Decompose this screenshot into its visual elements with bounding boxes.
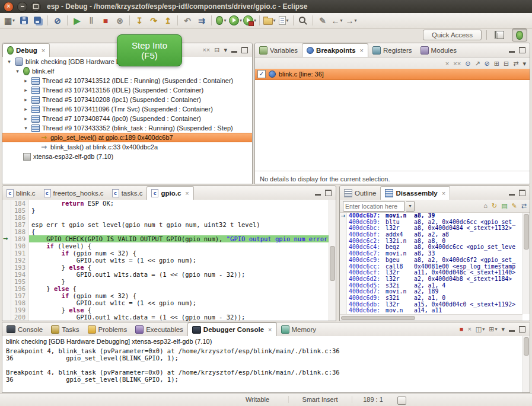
maximize-button[interactable] bbox=[519, 326, 525, 333]
tab-debug[interactable]: Debug× bbox=[2, 43, 50, 57]
minimize-button[interactable] bbox=[509, 48, 515, 53]
external-tools-button[interactable]: ▾ bbox=[243, 14, 257, 27]
collapse-all-button[interactable]: ⊟ bbox=[214, 47, 219, 53]
tab-disassembly[interactable]: Disassembly× bbox=[380, 186, 450, 200]
new-button[interactable]: ▦▾ bbox=[2, 14, 17, 27]
tree-item[interactable]: ▸Thread #2 1073413512 (IDLE : Running) (… bbox=[2, 76, 252, 85]
disconnect-button[interactable]: ⊗ bbox=[113, 14, 127, 27]
back-button[interactable]: ←▾ bbox=[330, 14, 344, 27]
link-with-debug-view-button[interactable]: ⇄ bbox=[513, 60, 518, 67]
open-perspective-button[interactable] bbox=[492, 28, 507, 41]
step-return-button[interactable]: ↥ bbox=[161, 14, 175, 27]
expander-collapsed-icon[interactable]: ▸ bbox=[23, 97, 29, 103]
expand-all-button[interactable]: ⊞ bbox=[494, 60, 499, 67]
code-text[interactable]: if (gpio_num < 32) { bbox=[29, 250, 336, 257]
tab-console[interactable]: Console bbox=[2, 322, 47, 336]
tab-blink-c[interactable]: blink.c bbox=[2, 186, 40, 200]
save-all-button[interactable] bbox=[31, 14, 45, 27]
code-text[interactable]: GPIO.out_w1tc = (1 << gpio_num); bbox=[29, 299, 336, 306]
expander-collapsed-icon[interactable]: ▸ bbox=[23, 106, 29, 112]
code-text[interactable]: if (gpio_num < 32) { bbox=[29, 292, 336, 299]
console-vertical-scrollbar[interactable] bbox=[523, 336, 530, 392]
disassembly-line[interactable]: 400dc6d2:l32ra2, 0x400d04b8 <_stext+1184… bbox=[340, 276, 523, 283]
status-icon[interactable] bbox=[397, 397, 406, 405]
display-selected-console-button[interactable]: ◫▾ bbox=[476, 326, 485, 333]
resume-button[interactable]: ▶ bbox=[70, 14, 84, 27]
tree-item[interactable]: ▸Thread #5 1073410208 (ipc1) (Suspended … bbox=[2, 95, 252, 104]
new-c-file-button[interactable]: ▾ bbox=[276, 14, 291, 27]
location-input[interactable] bbox=[343, 201, 404, 212]
home-button[interactable]: ⌂ bbox=[483, 203, 488, 209]
scrollbar-thumb[interactable] bbox=[330, 246, 335, 281]
code-text[interactable]: } else { bbox=[29, 264, 336, 271]
view-menu-button[interactable]: ▾ bbox=[501, 326, 505, 333]
close-icon[interactable]: × bbox=[360, 47, 364, 54]
maximize-button[interactable] bbox=[241, 47, 248, 53]
code-text[interactable]: } bbox=[29, 207, 336, 214]
maximize-button[interactable] bbox=[519, 47, 525, 53]
tab-modules[interactable]: Modules bbox=[416, 43, 461, 57]
minimize-button[interactable] bbox=[231, 48, 237, 53]
tree-item[interactable]: ▸Thread #6 1073411096 (Tmr Svc) (Suspend… bbox=[2, 104, 252, 114]
minimize-button[interactable] bbox=[509, 191, 515, 196]
breakpoint-checkbox[interactable]: ✓ bbox=[257, 70, 266, 78]
go-to-file-button[interactable]: ↗ bbox=[474, 60, 480, 67]
view-menu-button[interactable]: ▾ bbox=[523, 60, 526, 67]
expander-expanded-icon[interactable]: ▾ bbox=[6, 59, 12, 65]
tab-tasks[interactable]: Tasks bbox=[47, 322, 83, 336]
expander-collapsed-icon[interactable]: ▸ bbox=[23, 78, 29, 84]
scrollbar-thumb[interactable] bbox=[524, 337, 529, 356]
tab-gpio-c[interactable]: gpio.c× bbox=[146, 186, 193, 200]
new-c-project-button[interactable]: ▾ bbox=[262, 14, 276, 27]
tab-freertos-hooks-c[interactable]: freertos_hooks.c bbox=[40, 186, 108, 200]
window-close-button[interactable]: × bbox=[4, 2, 14, 12]
tab-executables[interactable]: Executables bbox=[131, 322, 187, 336]
tab-outline[interactable]: Outline bbox=[340, 186, 380, 200]
disassembly-line[interactable]: 400dc6c9:bgeua8, a2, 0x400dc6f2 <gpio_se… bbox=[340, 257, 523, 264]
tab-registers[interactable]: Registers bbox=[368, 43, 416, 57]
quick-access-button[interactable]: Quick Access bbox=[423, 30, 482, 40]
code-text[interactable]: } else { bbox=[29, 285, 336, 292]
code-text[interactable]: GPIO_CHECK(GPIO_IS_VALID_OUTPUT_GPIO(gpi… bbox=[29, 235, 336, 242]
code-text[interactable]: GPIO.out1_w1tc.data = (1 << (gpio_num - … bbox=[29, 314, 336, 321]
disassembly-horizontal-scrollbar[interactable] bbox=[340, 314, 523, 321]
tab-tasks-c[interactable]: tasks.c bbox=[108, 186, 147, 200]
show-source-button[interactable]: ▤ bbox=[501, 203, 507, 209]
expander-expanded-icon[interactable]: ▾ bbox=[23, 125, 29, 131]
location-dropdown-icon[interactable]: ▾ bbox=[406, 201, 415, 212]
open-console-button[interactable]: ⊞▾ bbox=[489, 326, 497, 333]
refresh-button[interactable]: ↻ bbox=[492, 203, 497, 209]
console-output[interactable]: Breakpoint 4, blink_task (pvParameter=0x… bbox=[2, 347, 523, 392]
code-text[interactable]: return ESP_OK; bbox=[29, 200, 336, 207]
search-button[interactable] bbox=[296, 14, 310, 27]
scrollbar-thumb[interactable] bbox=[524, 214, 529, 250]
code-text[interactable]: GPIO.out1_w1ts.data = (1 << (gpio_num - … bbox=[29, 271, 336, 278]
tree-item[interactable]: ▾Thread #9 1073433352 (blink_task : Runn… bbox=[2, 123, 252, 133]
tree-item[interactable]: ▾blink.elf bbox=[2, 66, 252, 76]
remove-launch-button[interactable]: × bbox=[467, 326, 471, 333]
maximize-button[interactable] bbox=[325, 190, 332, 196]
tree-item[interactable]: ▸Thread #7 1073408744 (ipc0) (Suspended … bbox=[2, 114, 252, 123]
editor-vertical-scrollbar[interactable] bbox=[329, 200, 336, 321]
terminate-button[interactable]: ■ bbox=[98, 14, 113, 27]
remove-breakpoint-button[interactable]: × bbox=[445, 60, 449, 67]
step-into-button[interactable]: ↧ bbox=[132, 14, 146, 27]
skip-all-breakpoints-button[interactable]: ⊘ bbox=[50, 14, 65, 27]
disassembly-line[interactable]: 400dc6de:mov.na14, a11 bbox=[340, 308, 523, 314]
tab-debugger-console[interactable]: Debugger Console× bbox=[187, 322, 277, 336]
code-text[interactable]: } bbox=[29, 278, 336, 285]
close-icon[interactable]: × bbox=[185, 190, 189, 197]
remove-all-terminated-button[interactable]: ×× bbox=[202, 47, 210, 53]
tree-item[interactable]: ▸Thread #3 1073413156 (IDLE) (Suspended … bbox=[2, 85, 252, 95]
view-menu-button[interactable]: ▾ bbox=[224, 47, 227, 53]
expander-expanded-icon[interactable]: ▾ bbox=[14, 68, 21, 74]
expander-collapsed-icon[interactable]: ▸ bbox=[23, 87, 29, 93]
terminate-button[interactable]: ■ bbox=[460, 326, 464, 333]
remove-all-breakpoints-button[interactable]: ×× bbox=[453, 60, 461, 67]
minimize-button[interactable] bbox=[315, 191, 321, 196]
step-over-button[interactable]: ↷ bbox=[146, 14, 161, 27]
save-button[interactable] bbox=[17, 14, 31, 27]
show-breakpoints-supported-button[interactable]: ⊙ bbox=[465, 60, 470, 67]
code-text[interactable] bbox=[29, 214, 336, 221]
debug-perspective-button[interactable] bbox=[512, 28, 527, 41]
